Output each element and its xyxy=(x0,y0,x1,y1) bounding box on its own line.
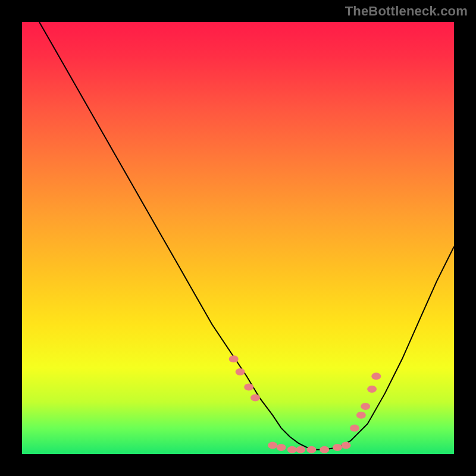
watermark-text: TheBottleneck.com xyxy=(345,4,468,19)
curve-marker xyxy=(250,394,260,402)
curve-marker xyxy=(342,442,351,449)
curve-marker xyxy=(268,442,277,449)
curve-marker xyxy=(229,355,239,362)
curve-marker xyxy=(320,446,329,453)
curve-marker xyxy=(244,384,253,391)
curve-marker xyxy=(371,372,381,380)
curve-layer xyxy=(22,22,454,454)
curve-marker xyxy=(361,403,370,410)
curve-marker xyxy=(350,424,359,431)
curve-marker xyxy=(367,386,377,393)
curve-marker xyxy=(236,368,245,375)
curve-marker xyxy=(356,412,366,419)
curve-marker xyxy=(287,446,297,453)
plot-area xyxy=(22,22,454,454)
curve-marker xyxy=(306,446,316,453)
curve-marker xyxy=(296,446,305,453)
chart-frame: TheBottleneck.com xyxy=(0,0,476,476)
curve-marker xyxy=(333,444,342,451)
curve-marker xyxy=(277,444,286,451)
